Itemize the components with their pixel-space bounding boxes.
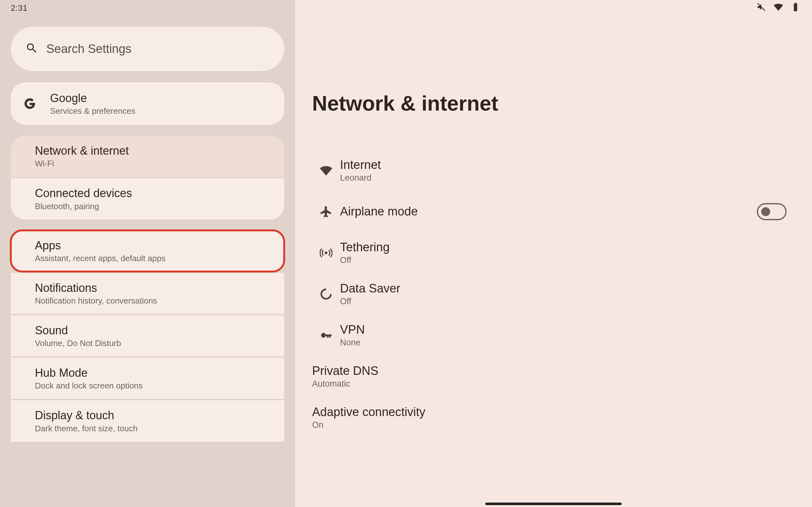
search-placeholder: Search Settings (46, 42, 131, 56)
setting-airplane-mode[interactable]: Airplane mode (309, 191, 798, 232)
setting-sub: Off (340, 297, 795, 306)
detail-panel: Network & internet Internet Leonard Airp… (295, 0, 812, 507)
statusbar-right (756, 2, 801, 13)
setting-title: Airplane mode (340, 205, 757, 218)
setting-vpn[interactable]: VPN None (309, 315, 798, 356)
hotspot-icon (312, 246, 340, 259)
google-title: Google (50, 91, 136, 105)
setting-sub: Leonard (340, 173, 795, 183)
setting-sub: None (340, 338, 795, 348)
sidebar-panel: 2:31 Search Settings Google Services & p… (0, 0, 295, 507)
airplane-toggle[interactable] (757, 203, 786, 220)
setting-sub: On (312, 420, 795, 430)
sidebar-group-0: Network & internet Wi-Fi Connected devic… (11, 135, 284, 219)
search-icon (26, 42, 38, 56)
datasaver-icon (312, 288, 340, 300)
sidebar-label: Hub Mode (35, 366, 143, 380)
airplane-icon (312, 205, 340, 218)
svg-point-11 (325, 251, 327, 254)
setting-title: Adaptive connectivity (312, 405, 795, 419)
sidebar-sub: Volume, Do Not Disturb (35, 338, 121, 348)
setting-sub: Automatic (312, 379, 795, 389)
sidebar-label: Connected devices (35, 186, 132, 200)
vpn-key-icon (312, 329, 340, 342)
sidebar-sub: Notification history, conversations (35, 296, 157, 306)
wifi-status-icon (773, 2, 783, 13)
sidebar-group-1: Apps Assistant, recent apps, default app… (11, 230, 284, 442)
sidebar-label: Sound (35, 324, 121, 337)
setting-title: Data Saver (340, 282, 795, 295)
gesture-nav-hint[interactable] (485, 503, 622, 505)
sidebar-item-hub-mode[interactable]: Hub Mode Dock and lock screen options (11, 358, 284, 399)
sidebar-label: Display & touch (35, 408, 138, 422)
setting-title: Private DNS (312, 364, 795, 378)
sidebar-sub: Dock and lock screen options (35, 381, 143, 391)
sidebar-item-connected-devices[interactable]: Connected devices Bluetooth, pairing (11, 178, 284, 219)
sidebar-label: Apps (35, 239, 165, 252)
sidebar-item-network[interactable]: Network & internet Wi-Fi (11, 135, 284, 177)
sidebar-label: Notifications (35, 281, 157, 295)
setting-private-dns[interactable]: Private DNS Automatic (309, 356, 798, 397)
sidebar-sub: Bluetooth, pairing (35, 202, 132, 211)
settings-list: Internet Leonard Airplane mode Tethering… (309, 150, 798, 438)
setting-title: Tethering (340, 240, 795, 254)
battery-icon (791, 2, 801, 13)
sidebar-sub: Wi-Fi (35, 159, 129, 169)
sidebar-item-sound[interactable]: Sound Volume, Do Not Disturb (11, 315, 284, 356)
sidebar-item-google[interactable]: Google Services & preferences (11, 82, 284, 125)
mute-icon (756, 2, 766, 13)
setting-tethering[interactable]: Tethering Off (309, 232, 798, 274)
google-sub: Services & preferences (50, 106, 136, 116)
search-settings[interactable]: Search Settings (11, 26, 284, 71)
google-g-icon (22, 96, 38, 111)
wifi-full-icon (312, 164, 340, 177)
setting-adaptive-connectivity[interactable]: Adaptive connectivity On (309, 397, 798, 438)
statusbar-left: 2:31 (11, 0, 284, 14)
sidebar-item-apps[interactable]: Apps Assistant, recent apps, default app… (11, 230, 284, 272)
setting-sub: Off (340, 256, 795, 265)
svg-point-12 (321, 333, 325, 337)
page-title: Network & internet (312, 92, 798, 115)
sidebar-sub: Dark theme, font size, touch (35, 424, 138, 434)
sidebar-label: Network & internet (35, 144, 129, 158)
clock: 2:31 (11, 3, 28, 13)
setting-data-saver[interactable]: Data Saver Off (309, 274, 798, 315)
setting-title: VPN (340, 323, 795, 337)
sidebar-sub: Assistant, recent apps, default apps (35, 253, 165, 263)
setting-title: Internet (340, 158, 795, 172)
setting-internet[interactable]: Internet Leonard (309, 150, 798, 191)
sidebar-item-display[interactable]: Display & touch Dark theme, font size, t… (11, 400, 284, 441)
sidebar-item-notifications[interactable]: Notifications Notification history, conv… (11, 273, 284, 314)
